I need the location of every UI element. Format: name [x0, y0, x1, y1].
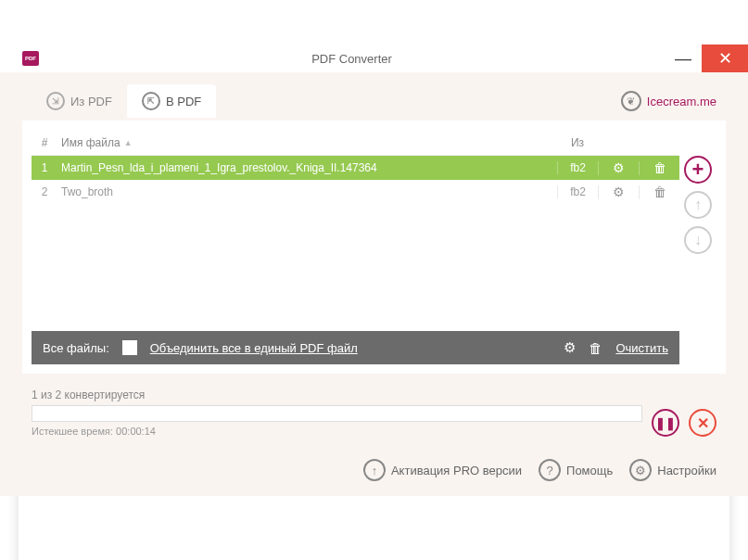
table-footer: Все файлы: Объединить все в единый PDF ф… — [32, 331, 679, 364]
all-files-label: Все файлы: — [43, 341, 109, 355]
sort-asc-icon: ▲ — [124, 138, 133, 147]
activate-pro-button[interactable]: ↑ Активация PRO версии — [363, 459, 522, 481]
close-button[interactable]: ✕ — [702, 45, 748, 72]
row-delete-button[interactable]: 🗑 — [653, 185, 666, 199]
table-row[interactable]: 1 Martin_Pesn_lda_i_plameni_1_Igra_prest… — [32, 156, 679, 180]
col-number[interactable]: # — [32, 136, 57, 149]
export-icon: ⇲ — [46, 92, 65, 110]
pause-button[interactable]: ❚❚ — [652, 409, 679, 437]
tab-label: Из PDF — [70, 95, 112, 108]
add-file-button[interactable]: + — [684, 156, 712, 184]
window-title: PDF Converter — [39, 52, 665, 66]
tab-label: В PDF — [166, 95, 201, 108]
tab-to-pdf[interactable]: ⇱ В PDF — [127, 84, 216, 118]
import-icon: ⇱ — [142, 92, 160, 110]
table-header: # Имя файла ▲ Из — [32, 130, 679, 156]
progress-status: 1 из 2 конвертируется — [32, 388, 642, 401]
row-settings-button[interactable]: ⚙ — [613, 185, 625, 199]
clear-link[interactable]: Очистить — [615, 341, 668, 355]
app-logo — [22, 51, 39, 66]
move-down-button[interactable]: ↓ — [684, 226, 712, 254]
footer-trash-icon: 🗑 — [589, 340, 602, 356]
row-settings-button[interactable]: ⚙ — [613, 160, 625, 175]
tab-from-pdf[interactable]: ⇲ Из PDF — [32, 84, 127, 118]
progress-bar — [32, 405, 642, 422]
icecream-icon: ❦ — [621, 91, 641, 111]
col-from[interactable]: Из — [557, 136, 598, 149]
brand-link[interactable]: ❦ Icecream.me — [621, 91, 716, 111]
move-up-button[interactable]: ↑ — [684, 191, 712, 219]
arrow-up-icon: ↑ — [363, 459, 386, 481]
merge-link[interactable]: Объединить все в единый PDF файл — [150, 341, 358, 355]
col-filename[interactable]: Имя файла ▲ — [57, 136, 557, 149]
titlebar: PDF Converter — ✕ — [0, 45, 748, 72]
bottom-bar: ↑ Активация PRO версии ? Помощь ⚙ Настро… — [22, 444, 726, 496]
progress-area: 1 из 2 конвертируется Истекшее время: 00… — [22, 374, 726, 444]
elapsed-time: Истекшее время: 00:00:14 — [32, 426, 642, 437]
tab-bar: ⇲ Из PDF ⇱ В PDF ❦ Icecream.me — [22, 82, 726, 121]
gear-icon: ⚙ — [629, 459, 652, 481]
file-table: # Имя файла ▲ Из 1 Martin_Pesn_lda_i_pla… — [32, 130, 679, 322]
cancel-button[interactable]: ✕ — [689, 409, 716, 437]
question-icon: ? — [539, 459, 561, 481]
help-button[interactable]: ? Помощь — [539, 459, 613, 481]
settings-button[interactable]: ⚙ Настройки — [629, 459, 716, 481]
table-row[interactable]: 2 Two_broth fb2 ⚙ 🗑 — [32, 180, 679, 204]
row-delete-button[interactable]: 🗑 — [653, 160, 666, 175]
merge-checkbox[interactable] — [122, 340, 137, 355]
footer-settings-button[interactable]: ⚙ — [564, 339, 576, 356]
minimize-button[interactable]: — — [665, 45, 702, 72]
